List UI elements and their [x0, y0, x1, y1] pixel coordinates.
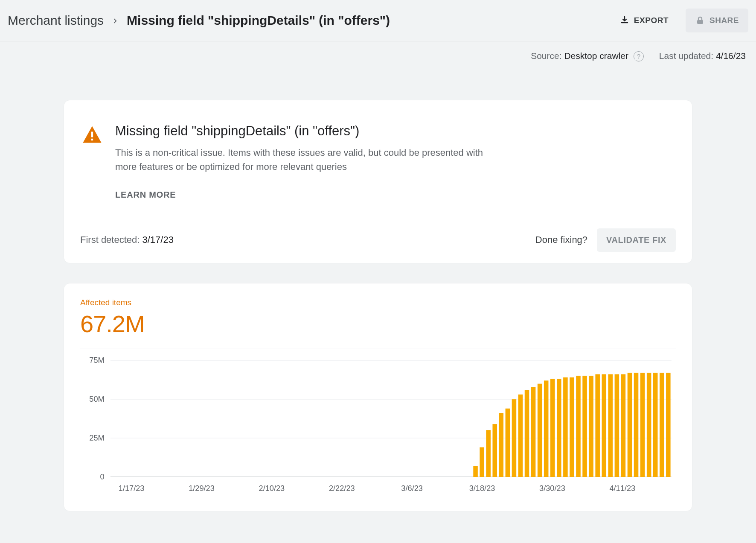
issue-card: Missing field "shippingDetails" (in "off… [64, 100, 692, 263]
svg-rect-23 [550, 379, 555, 476]
svg-rect-16 [506, 409, 510, 477]
svg-rect-29 [589, 376, 593, 477]
chart-metric-label: Affected items [80, 298, 676, 307]
issue-description: This is a non-critical issue. Items with… [115, 146, 499, 174]
svg-text:1/17/23: 1/17/23 [119, 484, 145, 492]
chart-card: Affected items 67.2M 025M50M75M1/17/231/… [64, 283, 692, 511]
svg-rect-0 [697, 20, 703, 24]
svg-text:2/10/23: 2/10/23 [259, 484, 285, 492]
svg-rect-36 [634, 373, 639, 477]
lock-icon [695, 15, 705, 26]
svg-rect-14 [492, 424, 497, 477]
svg-rect-37 [640, 373, 645, 477]
svg-text:2/22/23: 2/22/23 [329, 484, 355, 492]
chart-header: Affected items 67.2M [80, 298, 676, 348]
svg-text:3/18/23: 3/18/23 [469, 484, 495, 492]
source-info: Source: Desktop crawler ? [531, 51, 644, 62]
svg-rect-40 [660, 373, 664, 477]
updated-info: Last updated: 4/16/23 [659, 51, 746, 62]
download-icon [619, 15, 630, 26]
svg-rect-20 [531, 387, 536, 477]
updated-value: 4/16/23 [716, 51, 746, 61]
svg-rect-22 [544, 380, 549, 477]
svg-rect-1 [91, 131, 93, 137]
svg-rect-32 [608, 374, 613, 476]
svg-rect-30 [595, 374, 600, 476]
source-label: Source: [531, 51, 561, 61]
chevron-right-icon [111, 17, 119, 25]
svg-rect-25 [563, 377, 568, 477]
content: Missing field "shippingDetails" (in "off… [0, 66, 756, 543]
svg-rect-38 [647, 373, 651, 477]
export-label: EXPORT [634, 16, 669, 25]
svg-text:3/6/23: 3/6/23 [401, 484, 423, 492]
svg-rect-28 [582, 376, 587, 477]
help-icon[interactable]: ? [634, 51, 644, 61]
svg-text:4/11/23: 4/11/23 [609, 484, 635, 492]
warning-icon [81, 123, 103, 200]
issue-title: Missing field "shippingDetails" (in "off… [115, 123, 499, 139]
svg-rect-2 [91, 138, 93, 140]
svg-rect-11 [473, 466, 478, 476]
svg-rect-34 [621, 374, 626, 476]
validate-fix-button[interactable]: VALIDATE FIX [597, 228, 676, 252]
share-button[interactable]: SHARE [686, 9, 748, 32]
svg-rect-18 [518, 394, 523, 477]
svg-rect-26 [570, 377, 574, 477]
svg-rect-35 [628, 373, 632, 477]
affected-items-chart: 025M50M75M1/17/231/29/232/10/232/22/233/… [80, 356, 676, 494]
breadcrumb: Merchant listings Missing field "shippin… [8, 13, 390, 28]
svg-rect-15 [499, 413, 504, 476]
svg-rect-27 [576, 376, 581, 477]
source-value: Desktop crawler [564, 51, 628, 61]
svg-text:3/30/23: 3/30/23 [539, 484, 565, 492]
first-detected-label: First detected: [80, 234, 140, 245]
first-detected: First detected: 3/17/23 [80, 234, 174, 245]
svg-rect-24 [557, 379, 561, 476]
learn-more-link[interactable]: LEARN MORE [115, 190, 176, 200]
svg-rect-13 [486, 430, 491, 476]
svg-text:50M: 50M [89, 395, 104, 403]
svg-rect-12 [480, 447, 484, 477]
done-fixing-label: Done fixing? [535, 234, 587, 245]
breadcrumb-root[interactable]: Merchant listings [8, 13, 104, 28]
breadcrumb-current: Missing field "shippingDetails" (in "off… [127, 13, 390, 28]
chart-area: 025M50M75M1/17/231/29/232/10/232/22/233/… [80, 348, 676, 494]
svg-rect-39 [653, 373, 658, 477]
issue-body: Missing field "shippingDetails" (in "off… [64, 100, 692, 217]
issue-text: Missing field "shippingDetails" (in "off… [115, 123, 499, 200]
svg-rect-19 [525, 390, 529, 477]
svg-text:25M: 25M [89, 434, 104, 442]
svg-text:75M: 75M [89, 356, 104, 365]
svg-text:1/29/23: 1/29/23 [189, 484, 215, 492]
svg-rect-17 [512, 399, 517, 477]
fix-group: Done fixing? VALIDATE FIX [535, 228, 676, 252]
svg-text:0: 0 [100, 473, 105, 481]
issue-footer: First detected: 3/17/23 Done fixing? VAL… [64, 217, 692, 263]
top-bar: Merchant listings Missing field "shippin… [0, 0, 756, 41]
svg-rect-31 [602, 374, 606, 476]
svg-rect-41 [666, 373, 671, 477]
share-label: SHARE [709, 16, 739, 25]
export-button[interactable]: EXPORT [610, 9, 678, 32]
svg-rect-33 [615, 374, 619, 476]
svg-rect-21 [538, 383, 542, 476]
meta-bar: Source: Desktop crawler ? Last updated: … [0, 41, 756, 66]
updated-label: Last updated: [659, 51, 713, 61]
top-actions: EXPORT SHARE [610, 9, 748, 32]
first-detected-value: 3/17/23 [142, 234, 174, 245]
chart-metric-value: 67.2M [80, 310, 676, 338]
